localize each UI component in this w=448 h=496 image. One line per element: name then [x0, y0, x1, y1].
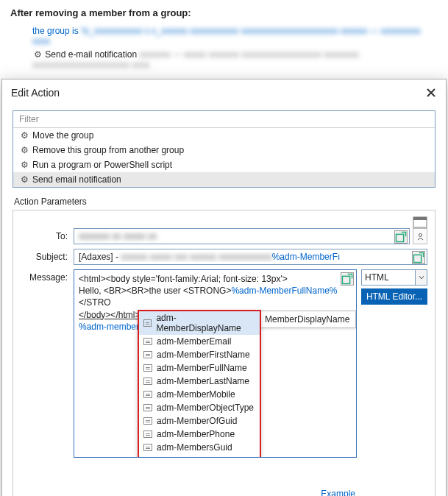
action-item-move-group[interactable]: ⚙ Move the group [13, 128, 435, 143]
gear-icon: ⚙ [19, 160, 29, 170]
autocomplete-label: adm-MemberEmail [157, 336, 231, 347]
autocomplete-item[interactable]: adm-MemberDisplayName [139, 311, 260, 335]
autocomplete-label: adm-MemberLastName [157, 376, 249, 386]
action-item-label: Remove this group from another group [32, 145, 184, 155]
property-icon [143, 351, 152, 358]
condition-prefix: the group is [32, 26, 81, 36]
autocomplete-item[interactable]: adm-MemberFirstName [139, 348, 260, 361]
svg-rect-1 [413, 217, 427, 220]
close-icon [427, 88, 435, 97]
autocomplete-label: adm-MemberMobile [157, 389, 235, 400]
insert-token-button[interactable] [394, 230, 408, 244]
condition-value: 'lx_xxxxxxxxxxx x x_xxxxxx xxxxxxxxxxx x… [32, 26, 421, 46]
svg-rect-4 [413, 255, 421, 262]
subject-input[interactable]: [Adaxes] - xxxxxx xxxxx xxx xxxxxx xxxxx… [74, 249, 427, 265]
autocomplete-label: adm-MemberObjectType [157, 403, 254, 413]
autocomplete-item[interactable]: adm-MemberUserName [139, 454, 260, 458]
business-rule-summary: After removing a member from a group: th… [0, 0, 448, 74]
action-item-label: Move the group [32, 130, 93, 141]
autocomplete-item[interactable]: adm-MemberLastName [139, 375, 260, 388]
svg-rect-2 [396, 234, 403, 241]
svg-rect-5 [342, 276, 349, 283]
autocomplete-label: adm-MemberUserName [157, 456, 252, 458]
token-autocomplete-list[interactable]: adm-MemberDisplayName adm-MemberEmail ad… [138, 310, 261, 458]
action-item-label: Send email notification [32, 174, 121, 185]
message-textarea[interactable]: <html><body style='font-family:Arial; fo… [74, 269, 357, 458]
property-icon [143, 378, 152, 385]
autocomplete-label: adm-MemberPhone [157, 429, 235, 439]
autocomplete-item[interactable]: adm-MemberEmail [139, 335, 260, 348]
autocomplete-item[interactable]: adm-MemberOfGuid [139, 414, 260, 428]
subject-label: Subject: [21, 249, 74, 262]
gear-icon: ⚙ [19, 174, 29, 185]
autocomplete-label: adm-MemberDisplayName [156, 313, 255, 333]
edit-action-dialog: Edit Action Filter ⚙ Move the group ⚙ Re… [1, 79, 447, 496]
property-icon [143, 417, 152, 425]
property-icon [143, 431, 152, 438]
property-icon [143, 404, 152, 411]
browse-recipient-button[interactable] [413, 228, 427, 244]
property-icon [143, 391, 152, 398]
autocomplete-item[interactable]: adm-MembersGuid [139, 441, 260, 454]
close-button[interactable] [422, 84, 440, 102]
action-parameters-frame: To: xxxxxxx xx xxxxx xx Subject: [Adaxes… [13, 210, 435, 496]
autocomplete-item[interactable]: adm-MemberFullName [139, 361, 260, 375]
rule-condition-line: the group is 'lx_xxxxxxxxxxx x x_xxxxxx … [10, 24, 438, 48]
insert-token-button[interactable] [412, 251, 425, 264]
action-parameters-label: Action Parameters [14, 196, 446, 207]
action-item-remove-group[interactable]: ⚙ Remove this group from another group [13, 143, 435, 157]
panel-options-icon[interactable] [413, 216, 427, 228]
html-editor-button[interactable]: HTML Editor... [361, 288, 427, 305]
gear-icon: ⚙ [19, 130, 29, 141]
format-combo[interactable]: HTML [361, 269, 427, 286]
action-item-run-program[interactable]: ⚙ Run a program or PowerShell script [13, 157, 435, 172]
property-icon [143, 444, 152, 451]
token-tooltip: MemberDisplayName [258, 311, 356, 328]
gear-icon: ⚙ [19, 145, 29, 155]
action-item-send-email[interactable]: ⚙ Send email notification [13, 172, 435, 187]
example-link[interactable]: Example [321, 489, 355, 496]
autocomplete-item[interactable]: adm-MemberMobile [139, 388, 260, 401]
svg-point-3 [419, 233, 422, 236]
autocomplete-label: adm-MemberOfGuid [157, 416, 237, 426]
autocomplete-label: adm-MemberFullName [157, 363, 247, 373]
property-icon [143, 364, 152, 372]
autocomplete-item[interactable]: adm-MemberObjectType [139, 401, 260, 414]
property-icon [143, 338, 152, 345]
action-list[interactable]: ⚙ Move the group ⚙ Remove this group fro… [13, 128, 435, 187]
to-input[interactable]: xxxxxxx xx xxxxx xx [74, 228, 410, 244]
rule-action-line: ⚙ Send e-mail notification xxxxxxx — xxx… [10, 48, 438, 71]
action-picker: Filter ⚙ Move the group ⚙ Remove this gr… [13, 110, 435, 188]
message-label: Message: [21, 269, 74, 283]
property-icon [143, 457, 152, 458]
subject-value: [Adaxes] - xxxxxx xxxxx xxx xxxxxx xxxxx… [79, 252, 408, 262]
property-icon [143, 319, 152, 327]
chevron-down-icon [415, 270, 427, 285]
to-label: To: [21, 228, 74, 241]
action-item-label: Run a program or PowerShell script [32, 160, 172, 170]
to-value: xxxxxxx xx xxxxx xx [79, 231, 390, 241]
autocomplete-label: adm-MemberFirstName [157, 350, 250, 360]
format-combo-value: HTML [365, 272, 389, 283]
filter-input[interactable]: Filter [13, 111, 435, 128]
insert-token-button[interactable] [341, 272, 354, 286]
autocomplete-item[interactable]: adm-MemberPhone [139, 428, 260, 441]
rule-heading: After removing a member from a group: [10, 7, 438, 18]
autocomplete-label: adm-MembersGuid [157, 442, 232, 453]
action-label: Send e-mail notification [45, 49, 139, 60]
dialog-title: Edit Action [11, 87, 422, 99]
gear-icon: ⚙ [32, 49, 43, 60]
